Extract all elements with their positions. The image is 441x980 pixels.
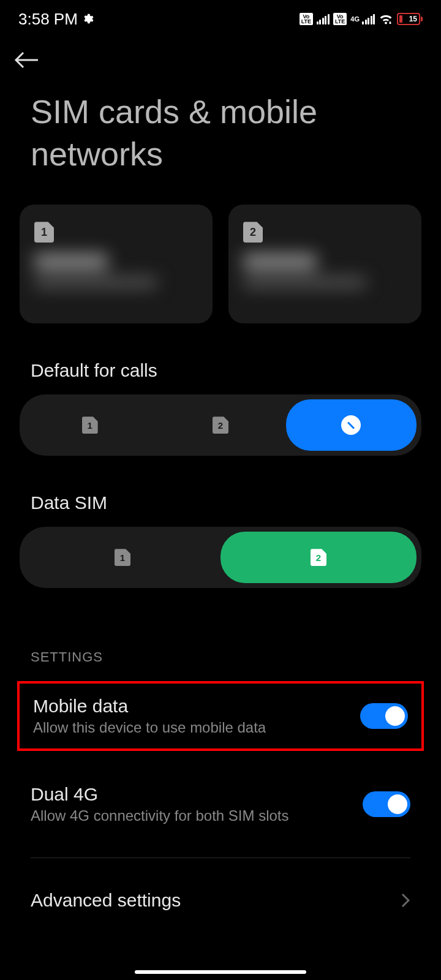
mobile-data-desc: Allow this device to use mobile data <box>33 719 266 736</box>
battery-level: 15 <box>409 15 417 23</box>
default-calls-selector: 1 2 <box>20 394 421 456</box>
advanced-settings-row[interactable]: Advanced settings <box>17 884 424 917</box>
no-default-icon <box>341 415 361 435</box>
sim-card-2[interactable]: 2 <box>228 205 421 323</box>
mobile-data-row[interactable]: Mobile data Allow this device to use mob… <box>33 696 408 736</box>
gear-icon <box>81 13 94 25</box>
dual-4g-row[interactable]: Dual 4G Allow 4G connectivity for both S… <box>17 773 424 835</box>
default-calls-sim2[interactable]: 2 <box>155 399 285 451</box>
sim-badge-2-icon: 2 <box>213 417 228 434</box>
sim-card-1[interactable]: 1 <box>20 205 213 323</box>
sim-2-details-blurred <box>243 254 407 311</box>
sim-cards-row: 1 2 <box>20 205 421 323</box>
home-indicator[interactable] <box>135 970 306 974</box>
data-sim-label: Data SIM <box>31 492 410 513</box>
status-bar: 3:58 PM VoLTE VoLTE 4G 15 <box>0 0 441 36</box>
sim-1-details-blurred <box>34 254 198 311</box>
network-type-label: 4G <box>350 16 360 23</box>
default-calls-none[interactable] <box>286 399 417 451</box>
status-left: 3:58 PM <box>18 10 94 29</box>
sim-2-badge: 2 <box>243 222 263 243</box>
volte-badge-2: VoLTE <box>333 13 347 25</box>
mobile-data-toggle[interactable] <box>360 703 408 729</box>
volte-badge-1: VoLTE <box>300 13 313 25</box>
chevron-right-icon <box>401 892 410 908</box>
settings-heading: SETTINGS <box>31 649 410 665</box>
data-sim-badge-1-icon: 1 <box>115 549 130 566</box>
data-sim-badge-2-icon: 2 <box>311 549 326 566</box>
dual-4g-desc: Allow 4G connectivity for both SIM slots <box>31 807 289 824</box>
status-time: 3:58 PM <box>18 10 78 29</box>
page-title: SIM cards & mobile networks <box>31 91 410 175</box>
mobile-data-highlight: Mobile data Allow this device to use mob… <box>17 681 424 751</box>
sim-1-badge: 1 <box>34 222 54 243</box>
signal-bars-2 <box>362 13 375 24</box>
default-calls-label: Default for calls <box>31 360 410 381</box>
dual-4g-toggle[interactable] <box>363 791 410 817</box>
default-calls-sim1[interactable]: 1 <box>24 399 155 451</box>
data-sim-selector: 1 2 <box>20 527 421 588</box>
back-button[interactable] <box>13 50 428 72</box>
mobile-data-title: Mobile data <box>33 696 266 717</box>
divider <box>31 858 410 858</box>
sim-badge-1-icon: 1 <box>82 417 98 434</box>
signal-bars-1 <box>317 13 330 24</box>
advanced-settings-title: Advanced settings <box>31 890 181 911</box>
data-sim-sim2[interactable]: 2 <box>221 532 417 583</box>
dual-4g-title: Dual 4G <box>31 784 289 805</box>
battery-indicator: 15 <box>397 13 423 25</box>
data-sim-sim1[interactable]: 1 <box>24 532 221 583</box>
status-right: VoLTE VoLTE 4G 15 <box>300 13 423 25</box>
wifi-icon <box>379 13 393 25</box>
